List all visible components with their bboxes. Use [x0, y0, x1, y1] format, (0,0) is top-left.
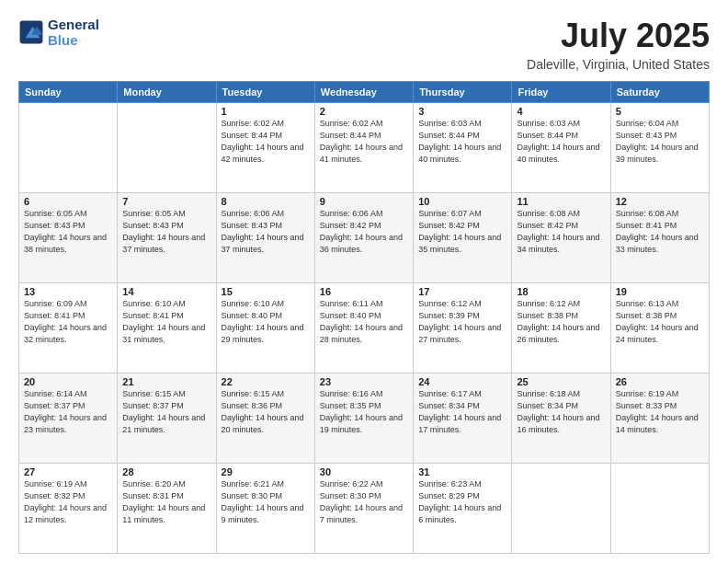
calendar-cell: 19Sunrise: 6:13 AM Sunset: 8:38 PM Dayli… — [610, 283, 709, 373]
weekday-header-cell: Friday — [512, 82, 610, 103]
day-info: Sunrise: 6:05 AM Sunset: 8:43 PM Dayligh… — [122, 208, 210, 256]
day-info: Sunrise: 6:23 AM Sunset: 8:29 PM Dayligh… — [418, 478, 506, 526]
main-title: July 2025 — [527, 17, 710, 55]
day-number: 3 — [418, 106, 506, 117]
day-number: 26 — [616, 376, 704, 387]
day-number: 29 — [222, 466, 310, 477]
calendar-cell: 8Sunrise: 6:06 AM Sunset: 8:43 PM Daylig… — [216, 193, 314, 283]
day-number: 22 — [222, 376, 310, 387]
day-number: 21 — [122, 376, 210, 387]
calendar-cell: 9Sunrise: 6:06 AM Sunset: 8:42 PM Daylig… — [314, 193, 413, 283]
day-number: 15 — [222, 286, 310, 297]
day-number: 31 — [418, 466, 506, 477]
day-number: 9 — [320, 196, 408, 207]
day-info: Sunrise: 6:03 AM Sunset: 8:44 PM Dayligh… — [517, 118, 605, 166]
calendar-cell — [118, 103, 216, 193]
title-block: July 2025 Daleville, Virginia, United St… — [527, 17, 710, 72]
day-info: Sunrise: 6:03 AM Sunset: 8:44 PM Dayligh… — [418, 118, 506, 166]
day-info: Sunrise: 6:19 AM Sunset: 8:32 PM Dayligh… — [24, 478, 112, 526]
page: General Blue July 2025 Daleville, Virgin… — [0, 0, 728, 563]
weekday-header-cell: Saturday — [610, 82, 709, 103]
day-info: Sunrise: 6:21 AM Sunset: 8:30 PM Dayligh… — [222, 478, 310, 526]
day-info: Sunrise: 6:10 AM Sunset: 8:40 PM Dayligh… — [222, 298, 310, 346]
calendar-body: 1Sunrise: 6:02 AM Sunset: 8:44 PM Daylig… — [19, 103, 710, 554]
day-info: Sunrise: 6:06 AM Sunset: 8:42 PM Dayligh… — [320, 208, 408, 256]
calendar-cell: 4Sunrise: 6:03 AM Sunset: 8:44 PM Daylig… — [512, 103, 610, 193]
day-number: 6 — [24, 196, 112, 207]
calendar-cell: 20Sunrise: 6:14 AM Sunset: 8:37 PM Dayli… — [19, 373, 118, 464]
weekday-header-cell: Monday — [118, 82, 216, 103]
calendar-cell: 15Sunrise: 6:10 AM Sunset: 8:40 PM Dayli… — [216, 283, 314, 373]
day-number: 17 — [418, 286, 506, 297]
day-info: Sunrise: 6:02 AM Sunset: 8:44 PM Dayligh… — [320, 118, 408, 166]
day-info: Sunrise: 6:12 AM Sunset: 8:39 PM Dayligh… — [418, 298, 506, 346]
calendar-week-row: 6Sunrise: 6:05 AM Sunset: 8:43 PM Daylig… — [19, 193, 710, 283]
calendar-cell: 22Sunrise: 6:15 AM Sunset: 8:36 PM Dayli… — [216, 373, 314, 464]
day-number: 2 — [320, 106, 408, 117]
calendar-cell: 14Sunrise: 6:10 AM Sunset: 8:41 PM Dayli… — [118, 283, 216, 373]
day-number: 13 — [24, 286, 112, 297]
day-number: 10 — [418, 196, 506, 207]
day-info: Sunrise: 6:08 AM Sunset: 8:41 PM Dayligh… — [616, 208, 704, 256]
calendar-cell: 18Sunrise: 6:12 AM Sunset: 8:38 PM Dayli… — [512, 283, 610, 373]
day-number: 4 — [517, 106, 605, 117]
day-info: Sunrise: 6:15 AM Sunset: 8:37 PM Dayligh… — [122, 388, 210, 436]
calendar-cell: 10Sunrise: 6:07 AM Sunset: 8:42 PM Dayli… — [414, 193, 512, 283]
day-number: 14 — [122, 286, 210, 297]
calendar-cell: 2Sunrise: 6:02 AM Sunset: 8:44 PM Daylig… — [314, 103, 413, 193]
weekday-header-cell: Sunday — [19, 82, 118, 103]
logo-icon — [18, 19, 44, 45]
calendar-cell: 26Sunrise: 6:19 AM Sunset: 8:33 PM Dayli… — [610, 373, 709, 464]
day-number: 5 — [616, 106, 704, 117]
weekday-header-cell: Wednesday — [314, 82, 413, 103]
day-info: Sunrise: 6:13 AM Sunset: 8:38 PM Dayligh… — [616, 298, 704, 346]
day-info: Sunrise: 6:18 AM Sunset: 8:34 PM Dayligh… — [517, 388, 605, 436]
day-number: 20 — [24, 376, 112, 387]
calendar-week-row: 27Sunrise: 6:19 AM Sunset: 8:32 PM Dayli… — [19, 464, 710, 554]
calendar-header-row: SundayMondayTuesdayWednesdayThursdayFrid… — [19, 82, 710, 103]
logo: General Blue — [18, 17, 99, 49]
day-number: 16 — [320, 286, 408, 297]
day-number: 11 — [517, 196, 605, 207]
calendar-cell: 3Sunrise: 6:03 AM Sunset: 8:44 PM Daylig… — [414, 103, 512, 193]
calendar-cell: 23Sunrise: 6:16 AM Sunset: 8:35 PM Dayli… — [314, 373, 413, 464]
calendar-week-row: 1Sunrise: 6:02 AM Sunset: 8:44 PM Daylig… — [19, 103, 710, 193]
day-number: 7 — [122, 196, 210, 207]
day-info: Sunrise: 6:12 AM Sunset: 8:38 PM Dayligh… — [517, 298, 605, 346]
logo-text: General Blue — [48, 17, 99, 49]
day-number: 25 — [517, 376, 605, 387]
day-number: 28 — [122, 466, 210, 477]
logo-line1: General — [48, 17, 99, 32]
day-info: Sunrise: 6:08 AM Sunset: 8:42 PM Dayligh… — [517, 208, 605, 256]
calendar-cell: 24Sunrise: 6:17 AM Sunset: 8:34 PM Dayli… — [414, 373, 512, 464]
day-info: Sunrise: 6:16 AM Sunset: 8:35 PM Dayligh… — [320, 388, 408, 436]
day-number: 1 — [222, 106, 310, 117]
calendar-cell: 16Sunrise: 6:11 AM Sunset: 8:40 PM Dayli… — [314, 283, 413, 373]
day-info: Sunrise: 6:05 AM Sunset: 8:43 PM Dayligh… — [24, 208, 112, 256]
calendar-table: SundayMondayTuesdayWednesdayThursdayFrid… — [18, 81, 710, 554]
logo-line2: Blue — [48, 32, 99, 48]
calendar-cell — [610, 464, 709, 554]
calendar-cell: 27Sunrise: 6:19 AM Sunset: 8:32 PM Dayli… — [19, 464, 118, 554]
day-info: Sunrise: 6:07 AM Sunset: 8:42 PM Dayligh… — [418, 208, 506, 256]
calendar-week-row: 13Sunrise: 6:09 AM Sunset: 8:41 PM Dayli… — [19, 283, 710, 373]
day-number: 12 — [616, 196, 704, 207]
day-number: 23 — [320, 376, 408, 387]
day-number: 18 — [517, 286, 605, 297]
calendar-cell: 6Sunrise: 6:05 AM Sunset: 8:43 PM Daylig… — [19, 193, 118, 283]
weekday-header-cell: Tuesday — [216, 82, 314, 103]
day-info: Sunrise: 6:11 AM Sunset: 8:40 PM Dayligh… — [320, 298, 408, 346]
calendar-cell — [512, 464, 610, 554]
day-info: Sunrise: 6:09 AM Sunset: 8:41 PM Dayligh… — [24, 298, 112, 346]
day-info: Sunrise: 6:19 AM Sunset: 8:33 PM Dayligh… — [616, 388, 704, 436]
calendar-cell: 5Sunrise: 6:04 AM Sunset: 8:43 PM Daylig… — [610, 103, 709, 193]
subtitle: Daleville, Virginia, United States — [527, 57, 710, 72]
day-number: 24 — [418, 376, 506, 387]
calendar-cell: 29Sunrise: 6:21 AM Sunset: 8:30 PM Dayli… — [216, 464, 314, 554]
calendar-cell: 17Sunrise: 6:12 AM Sunset: 8:39 PM Dayli… — [414, 283, 512, 373]
day-info: Sunrise: 6:10 AM Sunset: 8:41 PM Dayligh… — [122, 298, 210, 346]
day-info: Sunrise: 6:17 AM Sunset: 8:34 PM Dayligh… — [418, 388, 506, 436]
weekday-header-cell: Thursday — [414, 82, 512, 103]
calendar-cell: 25Sunrise: 6:18 AM Sunset: 8:34 PM Dayli… — [512, 373, 610, 464]
header: General Blue July 2025 Daleville, Virgin… — [18, 17, 710, 72]
